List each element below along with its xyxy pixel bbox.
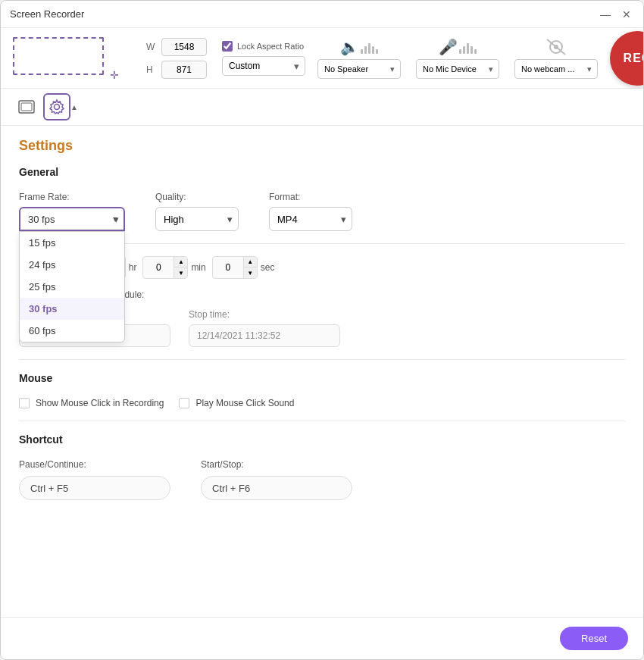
sec-stepper: ▲ ▼: [212, 256, 258, 279]
bar5: [376, 49, 378, 54]
settings-title: Settings: [19, 138, 625, 154]
frame-rate-arrow: ▾: [113, 214, 117, 224]
width-input[interactable]: [161, 38, 207, 56]
mouse-options-row: Show Mouse Click in Recording Play Mouse…: [19, 398, 625, 408]
tab-toolbar: ▲: [1, 89, 643, 126]
dimensions-section: W H: [146, 38, 207, 79]
fps-24[interactable]: 24 fps: [20, 254, 124, 276]
mic-select[interactable]: No Mic Device: [416, 59, 499, 79]
fps-60[interactable]: 60 fps: [20, 320, 124, 342]
stop-time-input[interactable]: [189, 324, 340, 347]
lock-aspect-checkbox[interactable]: [222, 41, 233, 52]
bar1: [459, 49, 461, 54]
sec-input-wrap: ▲ ▼ sec: [212, 256, 275, 279]
webcam-device: No webcam ...: [514, 38, 598, 79]
frame-rate-options: 15 fps 24 fps 25 fps 30 fps 60 fps: [19, 231, 125, 343]
rec-button[interactable]: REC: [610, 31, 644, 86]
mouse-section: Mouse Show Mouse Click in Recording Play…: [19, 372, 625, 408]
quality-label: Quality:: [155, 192, 239, 202]
custom-select-wrap: Custom Full Screen 1920x1080 1280x720: [222, 56, 305, 76]
start-stop-input[interactable]: [201, 476, 352, 500]
move-icon: ✛: [110, 69, 119, 81]
quality-group: Quality: High Medium Low: [155, 192, 239, 231]
reset-button[interactable]: Reset: [560, 627, 628, 650]
min-up-btn[interactable]: ▲: [174, 257, 187, 267]
play-mouse-checkbox[interactable]: [179, 398, 189, 408]
mouse-section-title: Mouse: [19, 372, 625, 387]
sec-up-btn[interactable]: ▲: [243, 257, 257, 267]
settings-tab-wrap: ▲: [43, 93, 78, 120]
width-label: W: [146, 42, 157, 52]
mic-device: 🎤 No Mic Device: [416, 38, 499, 79]
title-bar-controls: — ✕: [598, 7, 634, 22]
shortcut-section-title: Shortcut: [19, 433, 625, 449]
webcam-icon-row: [546, 38, 567, 56]
quality-format-row: Frame Rate: 30 fps ▾ 15 fps 24 fps 25 fp…: [19, 192, 625, 231]
capture-area-preview[interactable]: ✛: [13, 36, 134, 81]
min-input-wrap: ▲ ▼ min: [142, 256, 205, 279]
speaker-device: 🔈 No Speaker: [317, 38, 401, 79]
mic-icon-row: 🎤: [439, 38, 477, 56]
show-mouse-click-label[interactable]: Show Mouse Click in Recording: [19, 398, 164, 408]
pause-continue-label: Pause/Continue:: [19, 459, 170, 470]
stop-time-label: Stop time:: [189, 309, 340, 320]
resolution-select[interactable]: Custom Full Screen 1920x1080 1280x720: [222, 56, 305, 76]
hr-label: hr: [129, 262, 137, 273]
close-button[interactable]: ✕: [619, 7, 634, 22]
pause-continue-input[interactable]: [19, 476, 170, 500]
frame-rate-value: 30 fps: [28, 214, 55, 225]
settings-tab-arrow[interactable]: ▲: [70, 103, 78, 111]
frame-rate-group: Frame Rate: 30 fps ▾ 15 fps 24 fps 25 fp…: [19, 192, 125, 231]
general-section-title: General: [19, 166, 625, 181]
height-input[interactable]: [161, 61, 207, 79]
frame-rate-label: Frame Rate:: [19, 192, 125, 202]
bar3: [467, 43, 469, 54]
shortcut-section: Shortcut Pause/Continue: Start/Stop:: [19, 433, 625, 500]
frame-rate-select[interactable]: 30 fps ▾: [19, 207, 125, 231]
capture-tab[interactable]: [13, 93, 40, 120]
divider3: [19, 421, 625, 421]
speaker-select[interactable]: No Speaker: [317, 59, 401, 79]
main-toolbar: ✛ W H Lock Aspect Ratio Custom Full Scr: [1, 28, 643, 89]
bar3: [368, 43, 370, 54]
fps-25[interactable]: 25 fps: [20, 276, 124, 298]
stop-time-group: Stop time:: [189, 309, 340, 347]
min-down-btn[interactable]: ▼: [174, 267, 187, 278]
min-stepper-btns: ▲ ▼: [174, 257, 187, 278]
sec-input[interactable]: [213, 262, 243, 273]
format-select[interactable]: MP4 AVI MOV MKV: [269, 207, 352, 231]
mic-bars: [459, 40, 477, 54]
speaker-icon-row: 🔈: [340, 38, 378, 56]
bar4: [372, 46, 374, 54]
svg-rect-4: [21, 103, 32, 111]
height-row: H: [146, 61, 207, 79]
webcam-icon: [546, 38, 567, 56]
height-label: H: [146, 64, 157, 75]
min-input[interactable]: [143, 262, 174, 273]
speaker-icon: 🔈: [340, 38, 359, 56]
play-mouse-text: Play Mouse Click Sound: [195, 398, 294, 408]
quality-select[interactable]: High Medium Low: [155, 207, 239, 231]
webcam-select-wrap: No webcam ...: [514, 59, 598, 79]
bottom-bar: Reset: [1, 617, 643, 659]
webcam-select[interactable]: No webcam ...: [514, 59, 598, 79]
lock-aspect-section: Lock Aspect Ratio: [222, 41, 304, 52]
fps-30[interactable]: 30 fps: [20, 298, 124, 320]
minimize-button[interactable]: —: [598, 7, 613, 22]
play-mouse-click-label[interactable]: Play Mouse Click Sound: [179, 398, 294, 408]
bar2: [364, 46, 367, 54]
mic-icon: 🎤: [439, 38, 458, 56]
sec-stepper-btns: ▲ ▼: [243, 257, 257, 278]
sec-down-btn[interactable]: ▼: [243, 267, 257, 278]
bar1: [361, 49, 363, 54]
speaker-select-wrap: No Speaker: [317, 59, 401, 79]
show-mouse-checkbox[interactable]: [19, 398, 30, 408]
show-mouse-text: Show Mouse Click in Recording: [36, 398, 164, 408]
divider2: [19, 359, 625, 360]
fps-15[interactable]: 15 fps: [20, 232, 124, 254]
format-label: Format:: [269, 192, 352, 202]
audio-controls: 🔈 No Speaker: [317, 38, 598, 79]
pause-continue-group: Pause/Continue:: [19, 459, 170, 500]
settings-tab[interactable]: [43, 93, 70, 120]
bar4: [470, 46, 473, 54]
